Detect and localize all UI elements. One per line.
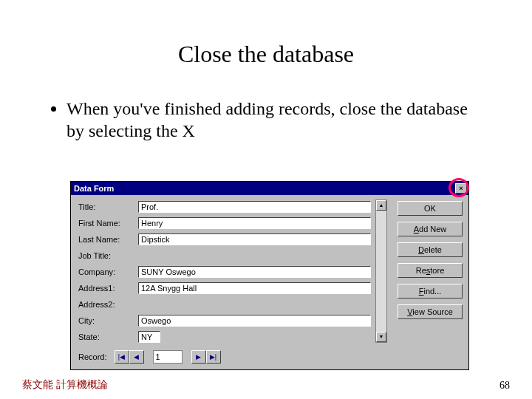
add-new-button[interactable]: Add New: [398, 222, 463, 236]
label-title: Title:: [78, 201, 134, 213]
window-caption: Data Form: [74, 184, 114, 193]
add-new-label: dd New: [419, 225, 446, 233]
scrollbar[interactable]: ▲ ▼: [375, 200, 387, 343]
label-state: State:: [78, 331, 134, 343]
restore-button[interactable]: Restore: [398, 263, 463, 278]
field-job[interactable]: [138, 250, 371, 262]
field-state[interactable]: NY: [138, 331, 160, 343]
find-button[interactable]: Find...: [398, 284, 463, 299]
label-job: Job Title:: [78, 250, 134, 262]
field-addr1[interactable]: 12A Snygg Hall: [138, 282, 371, 294]
data-form-window: Data Form × Title: First Name: Last Name…: [70, 181, 469, 370]
nav-first-button[interactable]: |◀: [115, 350, 129, 364]
field-first[interactable]: Henry: [138, 217, 371, 229]
field-addr2[interactable]: [138, 299, 371, 310]
label-addr2: Address2:: [78, 299, 134, 310]
label-company: Company:: [78, 266, 134, 278]
field-company[interactable]: SUNY Oswego: [138, 266, 371, 278]
close-button[interactable]: ×: [455, 183, 467, 194]
label-addr1: Address1:: [78, 282, 134, 294]
label-city: City:: [78, 315, 134, 327]
view-source-button[interactable]: View Source: [398, 304, 463, 319]
bullet-list: When you've finished adding records, clo…: [52, 98, 480, 142]
record-label: Record:: [78, 352, 107, 361]
footer-author: 蔡文能 計算機概論: [22, 378, 108, 392]
nav-next-button[interactable]: ▶: [191, 350, 206, 364]
nav-prev-button[interactable]: ◀: [129, 350, 144, 364]
scroll-down-icon[interactable]: ▼: [376, 332, 386, 342]
ok-button[interactable]: OK: [398, 201, 463, 216]
record-number-field[interactable]: 1: [153, 350, 183, 364]
scroll-up-icon[interactable]: ▲: [376, 200, 386, 211]
field-city[interactable]: Oswego: [138, 315, 371, 327]
label-first: First Name:: [78, 217, 134, 229]
nav-last-button[interactable]: ▶|: [206, 350, 221, 364]
page-number: 68: [499, 380, 510, 392]
field-title[interactable]: Prof.: [138, 201, 371, 213]
bullet-item: When you've finished adding records, clo…: [66, 98, 480, 142]
field-last[interactable]: Dipstick: [138, 233, 371, 245]
titlebar: Data Form ×: [71, 182, 468, 195]
label-last: Last Name:: [78, 233, 134, 245]
delete-button[interactable]: Delete: [398, 242, 463, 257]
slide-title: Close the database: [0, 41, 532, 68]
